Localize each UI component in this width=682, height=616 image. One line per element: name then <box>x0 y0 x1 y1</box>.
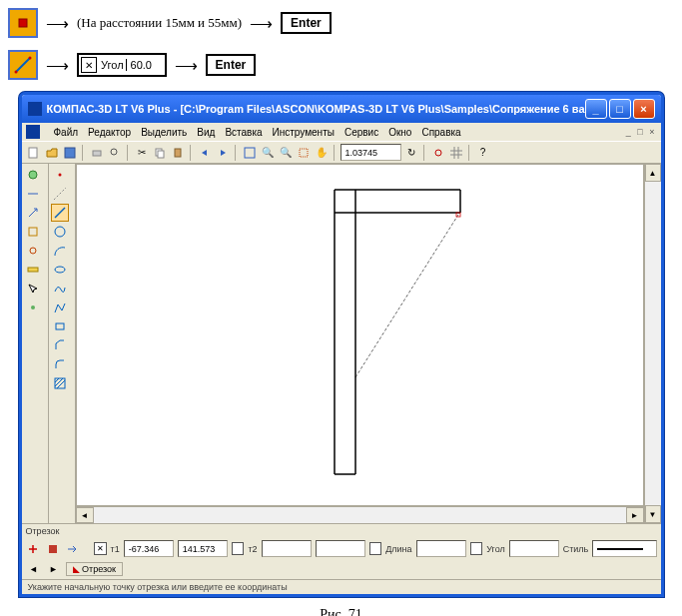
symbols-tool-icon[interactable] <box>24 204 42 222</box>
undo-icon[interactable] <box>197 145 213 161</box>
segment-icon[interactable] <box>51 204 69 222</box>
cut-icon[interactable]: ✂ <box>134 145 150 161</box>
autocreate-icon[interactable] <box>65 541 81 557</box>
grid-icon[interactable] <box>448 145 464 161</box>
scroll-right-icon[interactable]: ► <box>626 507 644 523</box>
zoom-fit-icon[interactable] <box>242 145 258 161</box>
svg-point-17 <box>30 248 36 254</box>
scroll-left-icon[interactable]: ◄ <box>76 507 94 523</box>
zoom-out-icon[interactable]: 🔍 <box>278 145 294 161</box>
length-checkbox[interactable] <box>369 542 382 555</box>
zoom-input[interactable] <box>343 147 387 159</box>
t1x-field[interactable] <box>124 540 174 557</box>
enter-button[interactable]: Enter <box>281 12 332 34</box>
menu-window[interactable]: Окно <box>388 127 411 138</box>
angle-value[interactable]: 60.0 <box>126 59 165 71</box>
svg-line-1 <box>16 58 30 72</box>
angle-checkbox[interactable] <box>470 542 483 555</box>
minimize-button[interactable]: _ <box>585 99 607 119</box>
ellipse-icon[interactable] <box>51 261 69 279</box>
t1y-input[interactable] <box>181 543 225 555</box>
copy-icon[interactable] <box>152 145 168 161</box>
chamfer-icon[interactable] <box>51 336 69 354</box>
refresh-icon[interactable]: ↻ <box>403 145 419 161</box>
tab-segment[interactable]: ◣ Отрезок <box>66 562 123 576</box>
fillet-icon[interactable] <box>51 355 69 373</box>
t2y-field[interactable] <box>316 540 365 557</box>
menu-select[interactable]: Выделить <box>141 127 187 138</box>
scroll-down-icon[interactable]: ▼ <box>645 505 661 523</box>
menu-file[interactable]: Файл <box>54 127 79 138</box>
menu-service[interactable]: Сервис <box>344 127 378 138</box>
angle-input[interactable] <box>512 543 556 555</box>
edit-tool-icon[interactable] <box>24 223 42 241</box>
scroll-up-icon[interactable]: ▲ <box>645 164 661 182</box>
menu-tools[interactable]: Инструменты <box>273 127 335 138</box>
menu-help[interactable]: Справка <box>421 127 460 138</box>
svg-point-2 <box>15 71 18 74</box>
help-icon[interactable]: ? <box>475 145 491 161</box>
svg-point-7 <box>111 149 117 155</box>
titlebar[interactable]: КОМПАС-3D LT V6 Plus - [C:\Program Files… <box>22 95 661 123</box>
close-button[interactable]: × <box>633 99 655 119</box>
menu-view[interactable]: Вид <box>197 127 215 138</box>
t2x-field[interactable] <box>262 540 312 557</box>
dimension-tool-icon[interactable] <box>24 185 42 203</box>
scroll-track[interactable] <box>645 182 661 505</box>
t1y-field[interactable] <box>178 540 228 557</box>
select-tool-icon[interactable] <box>24 280 42 298</box>
open-icon[interactable] <box>44 145 60 161</box>
menu-insert[interactable]: Вставка <box>225 127 262 138</box>
drawing-canvas[interactable] <box>76 164 644 506</box>
style-field[interactable] <box>592 540 656 557</box>
t1x-input[interactable] <box>127 543 171 555</box>
params-tool-icon[interactable] <box>24 242 42 260</box>
measure-tool-icon[interactable] <box>24 261 42 279</box>
snap-icon[interactable] <box>430 145 446 161</box>
redo-icon[interactable] <box>215 145 231 161</box>
t2x-input[interactable] <box>265 543 309 555</box>
pan-icon[interactable]: ✋ <box>314 145 330 161</box>
angle-checkbox[interactable]: ✕ <box>81 57 97 73</box>
zoom-window-icon[interactable] <box>296 145 312 161</box>
scroll-track[interactable] <box>94 507 626 523</box>
new-icon[interactable] <box>26 145 42 161</box>
mdi-controls[interactable]: _ □ × <box>626 127 657 137</box>
vertical-scrollbar[interactable]: ▲ ▼ <box>644 164 661 523</box>
aux-line-icon[interactable] <box>51 185 69 203</box>
menu-edit[interactable]: Редактор <box>88 127 131 138</box>
enter-button[interactable]: Enter <box>206 54 257 76</box>
horizontal-scrollbar[interactable]: ◄ ► <box>76 506 644 523</box>
print-icon[interactable] <box>89 145 105 161</box>
angle-input-box[interactable]: ✕ Угол 60.0 <box>77 53 167 77</box>
other-tool-icon[interactable] <box>24 299 42 316</box>
polyline-icon[interactable] <box>51 299 69 316</box>
arc-icon[interactable] <box>51 242 69 260</box>
tab-prev-icon[interactable]: ◄ <box>26 561 42 577</box>
zoom-field[interactable] <box>341 144 401 161</box>
app-icon <box>28 102 42 116</box>
length-input[interactable] <box>419 543 463 555</box>
length-field[interactable] <box>416 540 466 557</box>
maximize-button[interactable]: □ <box>609 99 631 119</box>
angle-field[interactable] <box>509 540 559 557</box>
point-icon[interactable] <box>51 166 69 184</box>
preview-icon[interactable] <box>107 145 123 161</box>
t2-checkbox[interactable] <box>232 542 245 555</box>
save-icon[interactable] <box>62 145 78 161</box>
arrow-icon: ⟶ <box>175 56 198 75</box>
zoom-in-icon[interactable]: 🔍 <box>260 145 276 161</box>
tab-next-icon[interactable]: ► <box>46 561 62 577</box>
stop-icon[interactable] <box>45 541 61 557</box>
paste-icon[interactable] <box>170 145 186 161</box>
hatch-icon[interactable] <box>51 374 69 392</box>
circle-icon[interactable] <box>51 223 69 241</box>
t2y-input[interactable] <box>319 543 362 555</box>
apply-icon[interactable] <box>26 541 42 557</box>
t1-checkbox[interactable]: ✕ <box>94 542 107 555</box>
property-row: ✕ т1 т2 Длина Угол Стиль <box>22 538 661 559</box>
spline-icon[interactable] <box>51 280 69 298</box>
geometry-tool-icon[interactable] <box>24 166 42 184</box>
menubar: Файл Редактор Выделить Вид Вставка Инстр… <box>22 123 661 141</box>
rect-icon[interactable] <box>51 317 69 335</box>
